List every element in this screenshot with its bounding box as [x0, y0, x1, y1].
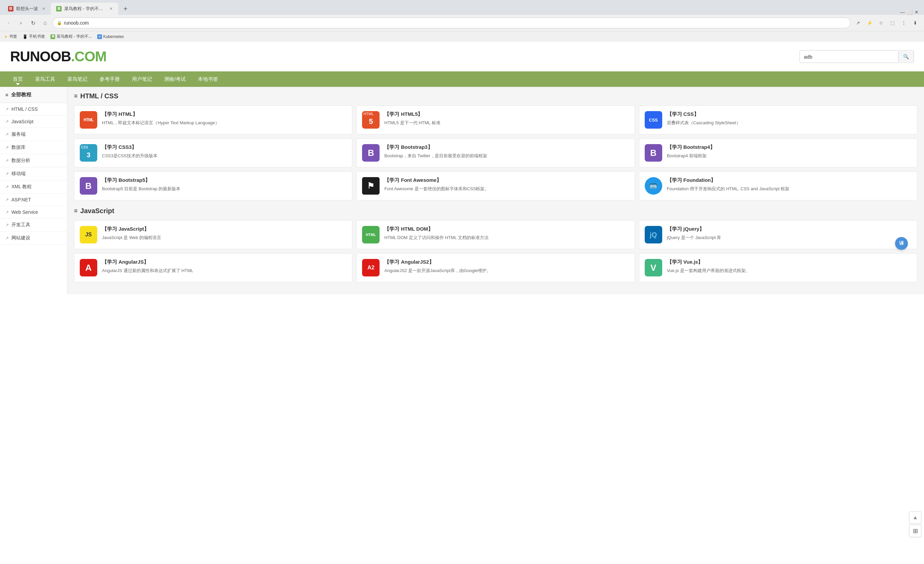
card-bootstrap4[interactable]: B 【学习 Bootstrap4】 Bootstrap4 前端框架 [639, 138, 917, 167]
nav-item-ref[interactable]: 参考手册 [93, 72, 126, 87]
sidebar-item-web[interactable]: ↗ 网站建设 [0, 232, 67, 245]
browser-close-icon[interactable]: ✕ [915, 9, 919, 15]
link-icon-webservice: ↗ [5, 210, 9, 215]
card-content-js: 【学习 JavaScript】 JavaScript 是 Web 的编程语言 [102, 226, 346, 241]
new-tab-button[interactable]: + [118, 3, 129, 15]
card-js[interactable]: JS 【学习 JavaScript】 JavaScript 是 Web 的编程语… [74, 220, 352, 249]
card-html[interactable]: HTML 【学习 HTML】 HTML，即超文本标记语言（Hyper Text … [74, 105, 352, 134]
star-icon[interactable]: ☆ [876, 18, 886, 28]
card-icon-css: CSS [645, 111, 662, 129]
card-content-html: 【学习 HTML】 HTML，即超文本标记语言（Hyper Text Marku… [102, 111, 346, 126]
card-desc-vue: Vue.js 是一套构建用户界面的渐进式框架。 [667, 267, 912, 274]
tab-close-1[interactable]: ✕ [42, 6, 45, 11]
logo-runoob: RUNOOB [10, 48, 71, 64]
link-icon-js: ↗ [5, 119, 9, 124]
sidebar-item-webservice[interactable]: ↗ Web Service [0, 206, 67, 218]
card-icon-fontawesome: ⚑ [362, 177, 380, 195]
qr-button[interactable]: ⊞ [909, 525, 921, 537]
nav-item-tools[interactable]: 菜鸟工具 [29, 72, 61, 87]
nav-item-local[interactable]: 本地书签 [192, 72, 224, 87]
forward-button[interactable]: › [16, 18, 26, 28]
nav-item-home[interactable]: 首页 [7, 72, 29, 87]
card-title-vue: 【学习 Vue.js】 [667, 259, 912, 265]
card-content-foundation: 【学习 Foundation】 Foundation 用于开发响应式的 HTML… [667, 177, 912, 192]
card-css[interactable]: CSS 【学习 CSS】 层叠样式表（Cascading StyleSheet） [639, 105, 917, 134]
sidebar-item-mobile[interactable]: ↗ 移动端 [0, 167, 67, 180]
card-title-dom: 【学习 HTML DOM】 [384, 226, 629, 232]
bookmark-runoob[interactable]: 菜 菜鸟教程 - 学的不... [51, 34, 92, 39]
lightning-icon[interactable]: ⚡ [865, 18, 874, 28]
sidebar-item-devtools[interactable]: ↗ 开发工具 [0, 218, 67, 232]
card-desc-jquery: jQuery 是一个 JavaScript 库 [667, 235, 912, 241]
search-input[interactable] [800, 51, 898, 62]
card-bootstrap3[interactable]: B 【学习 Bootstrap3】 Bootstrap，来自 Twitter，是… [356, 138, 634, 167]
card-icon-dom: HTML [362, 226, 380, 244]
scroll-to-top-button[interactable]: ▲ [909, 511, 921, 523]
sidebar-label-js: JavaScript [12, 119, 33, 124]
card-dom[interactable]: HTML 【学习 HTML DOM】 HTML DOM 定义了访问和操作 HTM… [356, 220, 634, 249]
bookmark-mobile[interactable]: 📱 手机书签 [22, 34, 45, 39]
browser-minimize-icon[interactable]: — [900, 9, 905, 15]
bookmark-xingqian[interactable]: ★ 书签 [4, 34, 17, 39]
section-title-js: ≡ JavaScript [74, 207, 917, 215]
sidebar-item-db[interactable]: ↗ 数据库 [0, 141, 67, 154]
sidebar-item-xml[interactable]: ↗ XML 教程 [0, 180, 67, 194]
browser-toolbar: ‹ › ↻ ⌂ 🔒 runoob.com ↗ ⚡ ☆ ⬚ ⋮ ⬇ [0, 15, 924, 31]
card-vue[interactable]: V 【学习 Vue.js】 Vue.js 是一套构建用户界面的渐进式框架。 [639, 253, 917, 282]
card-icon-js: JS [80, 226, 97, 244]
nav-item-user-notes[interactable]: 用户笔记 [126, 72, 158, 87]
site-nav: 首页 菜鸟工具 菜鸟笔记 参考手册 用户笔记 测验/考试 本地书签 [0, 71, 924, 87]
card-fontawesome[interactable]: ⚑ 【学习 Font Awesome】 Font Awesome 是一套绝佳的图… [356, 171, 634, 200]
sidebar-label-html-css: HTML / CSS [12, 107, 38, 112]
card-icon-angularjs2: A2 [362, 259, 380, 277]
more-icon[interactable]: ⋮ [899, 18, 909, 28]
tab-favicon-1: 联 [8, 6, 14, 12]
hamburger-icon: ≡ [5, 92, 8, 98]
bookmark-mobile-icon: 📱 [22, 35, 28, 39]
sidebar-item-aspnet[interactable]: ↗ ASP.NET [0, 194, 67, 206]
bookmark-kubernetes[interactable]: ⚙ Kubernetes [97, 35, 124, 39]
nav-item-test[interactable]: 测验/考试 [158, 72, 192, 87]
card-html5[interactable]: HTML 5 【学习 HTML5】 HTML5 是下一代 HTML 标准 [356, 105, 634, 134]
tab-close-2[interactable]: ✕ [110, 6, 113, 11]
card-content-css: 【学习 CSS】 层叠样式表（Cascading StyleSheet） [667, 111, 912, 126]
search-button[interactable]: 🔍 [898, 51, 914, 62]
card-title-angularjs2: 【学习 AngularJS2】 [384, 259, 629, 265]
card-content-vue: 【学习 Vue.js】 Vue.js 是一套构建用户界面的渐进式框架。 [667, 259, 912, 274]
site-logo[interactable]: RUNOOB.COM [10, 48, 106, 65]
card-foundation[interactable]: 🥽 【学习 Foundation】 Foundation 用于开发响应式的 HT… [639, 171, 917, 200]
home-button[interactable]: ⌂ [40, 18, 50, 28]
sidebar-header: ≡ 全部教程 [0, 87, 67, 103]
card-title-js: 【学习 JavaScript】 [102, 226, 346, 232]
browser-maximize-icon[interactable]: ⬜ [907, 9, 912, 15]
address-bar[interactable]: 🔒 runoob.com [52, 18, 850, 28]
nav-item-notes[interactable]: 菜鸟笔记 [61, 72, 93, 87]
card-desc-angularjs: AngularJS 通过新的属性和表达式扩展了 HTML [102, 267, 346, 274]
share-icon[interactable]: ↗ [854, 18, 863, 28]
download-icon[interactable]: ⬇ [910, 18, 920, 28]
card-title-html: 【学习 HTML】 [102, 111, 346, 117]
card-css3[interactable]: CSS 3 【学习 CSS3】 CSS3是CSS技术的升级版本 [74, 138, 352, 167]
card-icon-foundation: 🥽 [645, 177, 662, 195]
card-desc-js: JavaScript 是 Web 的编程语言 [102, 235, 346, 241]
browser-tab-1[interactable]: 联 联想头一波 ✕ [3, 3, 51, 15]
sidebar-label-mobile: 移动端 [12, 171, 26, 177]
sidebar-item-html-css[interactable]: ↗ HTML / CSS [0, 103, 67, 116]
link-icon-web: ↗ [5, 236, 9, 241]
card-angularjs[interactable]: A 【学习 AngularJS】 AngularJS 通过新的属性和表达式扩展了… [74, 253, 352, 282]
card-angularjs2[interactable]: A2 【学习 AngularJS2】 AngularJS2 是一款开源JavaS… [356, 253, 634, 282]
sidebar-label-webservice: Web Service [12, 209, 38, 215]
back-button[interactable]: ‹ [4, 18, 14, 28]
sidebar-item-data[interactable]: ↗ 数据分析 [0, 154, 67, 167]
browser-tab-2[interactable]: 菜 菜鸟教程 - 学的不仅是技术，更是... ✕ [51, 3, 118, 15]
card-desc-bootstrap3: Bootstrap，来自 Twitter，是目前最受欢迎的前端框架 [384, 152, 629, 159]
section-title-html-css: ≡ HTML / CSS [74, 92, 917, 100]
translate-bubble[interactable]: 译 [895, 237, 908, 250]
card-jquery[interactable]: jQ 【学习 jQuery】 jQuery 是一个 JavaScript 库 [639, 220, 917, 249]
sidebar-item-js[interactable]: ↗ JavaScript [0, 116, 67, 128]
sidebar-item-server[interactable]: ↗ 服务端 [0, 128, 67, 141]
reload-button[interactable]: ↻ [28, 18, 38, 28]
card-bootstrap5[interactable]: B 【学习 Bootstrap5】 Bootstrap5 目前是 Bootstr… [74, 171, 352, 200]
card-title-bootstrap3: 【学习 Bootstrap3】 [384, 144, 629, 150]
cast-icon[interactable]: ⬚ [888, 18, 897, 28]
